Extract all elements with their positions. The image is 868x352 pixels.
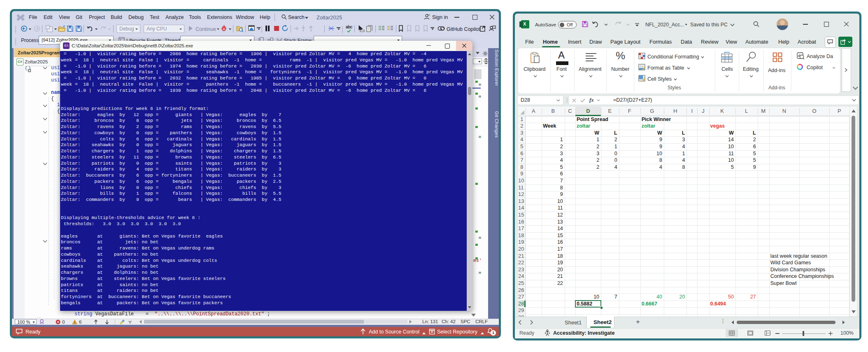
svg-text:+: + xyxy=(428,14,430,17)
